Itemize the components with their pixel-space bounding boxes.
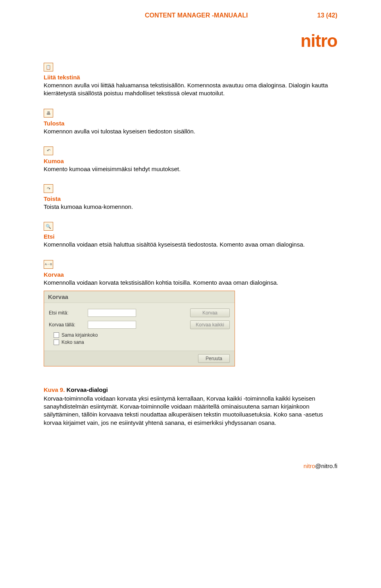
section-body-paste-text: Komennon avulla voi liittää haluamansa t…: [44, 81, 337, 98]
replace-dialog: Korvaa Etsi mitä: Korvaa Korvaa tällä: K…: [44, 291, 235, 366]
dialog-title: Korvaa: [44, 291, 235, 303]
caption-number: Kuva 9.: [44, 386, 65, 393]
undo-icon: ↶: [44, 147, 53, 155]
replace-button[interactable]: Korvaa: [190, 308, 230, 317]
section-title-paste-text: Liitä tekstinä: [44, 74, 337, 81]
replace-with-label: Korvaa tällä:: [49, 322, 85, 328]
page-header: CONTENT MANAGER -MANUAALI 13 (42): [44, 12, 337, 19]
header-title: CONTENT MANAGER -MANUAALI: [75, 12, 317, 19]
section-body-redo: Toista kumoaa kumoa-komennon.: [44, 203, 337, 211]
replace-icon: A↔B: [44, 260, 53, 269]
section-body-undo: Komento kumoaa viimeisimmäksi tehdyt muu…: [44, 165, 337, 173]
section-body-print: Komennon avulla voi tulostaa kyseisen ti…: [44, 127, 337, 135]
section-title-replace: Korvaa: [44, 271, 337, 278]
section-body-find: Komennolla voidaan etsiä haluttua sisält…: [44, 241, 337, 249]
section-title-find: Etsi: [44, 233, 337, 240]
whole-word-checkbox[interactable]: [54, 339, 59, 345]
redo-icon: ↷: [44, 184, 53, 193]
caption-text: Korvaa-dialogi: [65, 386, 108, 393]
page-footer: nitro@nitro.fi: [44, 463, 337, 469]
whole-word-label: Koko sana: [62, 339, 84, 345]
explanation-paragraph: Korvaa-toiminnolla voidaan korvata yksi …: [44, 395, 337, 427]
find-input[interactable]: [88, 309, 136, 317]
print-icon: 🖶: [44, 109, 53, 118]
find-label: Etsi mitä:: [49, 310, 85, 316]
cancel-button[interactable]: Peruuta: [198, 354, 230, 363]
section-title-undo: Kumoa: [44, 158, 337, 164]
section-title-print: Tulosta: [44, 120, 337, 127]
header-page-number: 13 (42): [317, 12, 337, 19]
figure-caption: Kuva 9. Korvaa-dialogi: [44, 386, 337, 393]
find-icon: 🔍: [44, 222, 53, 231]
match-case-checkbox[interactable]: [54, 332, 59, 338]
match-case-label: Sama kirjainkoko: [62, 332, 98, 338]
footer-email[interactable]: nitro@nitro.fi: [304, 463, 337, 469]
logo-text: nitro: [300, 31, 337, 50]
replace-input[interactable]: [88, 321, 136, 329]
section-title-redo: Toista: [44, 195, 337, 202]
replace-all-button[interactable]: Korvaa kaikki: [190, 320, 230, 329]
brand-logo: nitro: [44, 31, 337, 51]
section-body-replace: Komennolla voidaan korvata tekstisisällö…: [44, 279, 337, 287]
paste-text-icon: 📋: [44, 63, 53, 71]
